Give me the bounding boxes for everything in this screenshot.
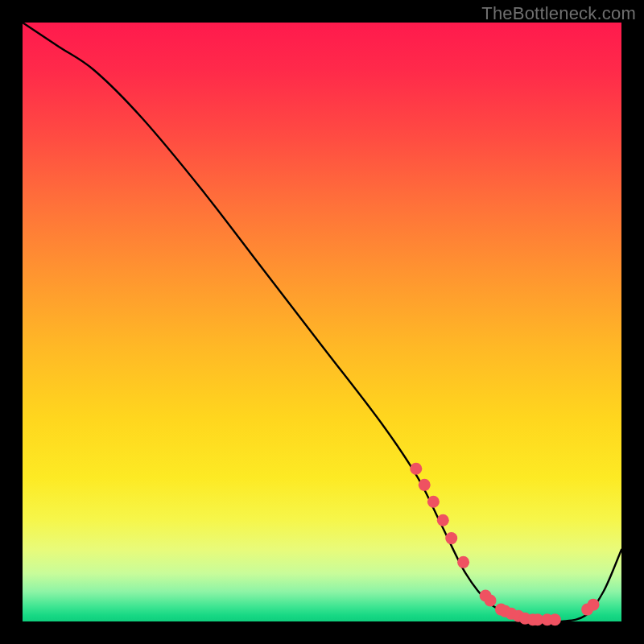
chart-svg [23,23,621,621]
chart-plot-area [23,23,621,621]
curve-group [23,23,621,622]
curve-marker [588,599,600,611]
curve-marker [410,463,422,475]
curve-marker [445,532,457,544]
chart-frame: TheBottleneck.com [0,0,644,644]
curve-marker [437,514,449,526]
curve-markers [410,463,599,625]
curve-marker [549,613,561,625]
bottleneck-curve [23,23,621,622]
curve-marker [485,594,497,606]
curve-marker [457,556,469,568]
watermark-label: TheBottleneck.com [481,3,636,24]
curve-marker [419,479,431,491]
curve-marker [427,496,440,508]
